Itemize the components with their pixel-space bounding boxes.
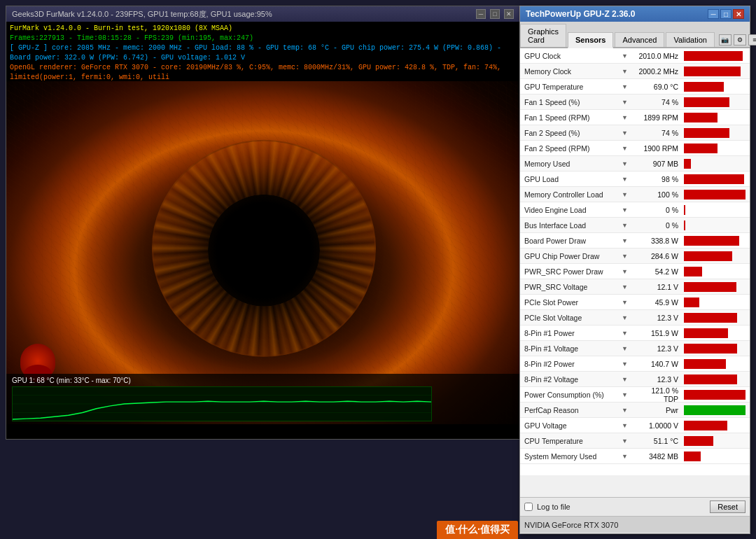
sensor-name-cell: GPU Voltage ▼ xyxy=(520,421,632,430)
sensor-dropdown-icon[interactable]: ▼ xyxy=(622,407,628,414)
sensor-row: PCIe Slot Voltage ▼ 12.3 V xyxy=(520,310,750,326)
camera-icon[interactable]: 📷 xyxy=(719,34,732,46)
sensor-name-cell: GPU Clock ▼ xyxy=(520,52,632,60)
log-to-file-checkbox[interactable] xyxy=(524,503,533,511)
sensor-name-cell: Memory Clock ▼ xyxy=(520,67,632,76)
furmark-window: Geeks3D FurMark v1.24.0.0 - 239FPS, GPU1… xyxy=(6,6,520,440)
sensor-name-cell: GPU Chip Power Draw ▼ xyxy=(520,252,632,260)
gpuz-title: TechPowerUp GPU-Z 2.36.0 xyxy=(526,9,636,19)
sensor-dropdown-icon[interactable]: ▼ xyxy=(622,422,628,429)
info-line-1: FurMark v1.24.0.0 - Burn-in test, 1920x1… xyxy=(10,24,516,34)
tab-validation[interactable]: Validation xyxy=(666,32,715,47)
sensor-name-cell: 8-Pin #2 Power ▼ xyxy=(520,360,632,368)
sensor-dropdown-icon[interactable]: ▼ xyxy=(622,299,628,306)
sensor-dropdown-icon[interactable]: ▼ xyxy=(622,237,628,244)
sensor-row: Memory Controller Load ▼ 100 % xyxy=(520,187,750,202)
gpuz-titlebar: TechPowerUp GPU-Z 2.36.0 ─ □ ✕ xyxy=(520,6,750,22)
sensor-dropdown-icon[interactable]: ▼ xyxy=(622,253,628,260)
sensor-bar-container xyxy=(681,203,750,217)
sensor-dropdown-icon[interactable]: ▼ xyxy=(622,284,628,290)
temp-label: GPU 1: 68 °C (min: 33°C - max: 70°C) xyxy=(12,377,515,384)
sensor-bar-container xyxy=(681,188,750,202)
sensor-dropdown-icon[interactable]: ▼ xyxy=(622,206,628,214)
sensor-value-cell: 338.8 W xyxy=(632,237,681,245)
sensor-dropdown-icon[interactable]: ▼ xyxy=(622,114,628,121)
sensor-dropdown-icon[interactable]: ▼ xyxy=(622,453,628,460)
sensor-bar xyxy=(684,328,728,338)
sensor-name-cell: GPU Load ▼ xyxy=(520,175,632,183)
sensor-dropdown-icon[interactable]: ▼ xyxy=(622,314,628,321)
sensor-bar xyxy=(684,174,744,184)
sensor-bar-container xyxy=(681,141,750,155)
sensor-bar-container xyxy=(681,295,750,309)
gpuz-close-button[interactable]: ✕ xyxy=(733,9,744,19)
minimize-button[interactable]: ─ xyxy=(476,9,486,19)
sensor-value-cell: 121.0 % TDP xyxy=(632,386,681,403)
sensor-dropdown-icon[interactable]: ▼ xyxy=(622,345,628,352)
sensor-dropdown-icon[interactable]: ▼ xyxy=(622,268,628,275)
sensor-dropdown-icon[interactable]: ▼ xyxy=(622,391,628,398)
sensor-bar-container xyxy=(681,403,750,417)
sensor-dropdown-icon[interactable]: ▼ xyxy=(622,376,628,383)
eye-pupil xyxy=(208,195,320,307)
sensor-value-cell: Pwr xyxy=(632,406,681,414)
sensor-bar xyxy=(684,190,746,200)
sensor-bar-container xyxy=(681,111,750,125)
sensor-value-cell: 907 MB xyxy=(632,160,681,168)
sensor-dropdown-icon[interactable]: ▼ xyxy=(622,160,628,167)
sensor-dropdown-icon[interactable]: ▼ xyxy=(622,222,628,229)
sensor-name-cell: 8-Pin #2 Voltage ▼ xyxy=(520,375,632,384)
sensor-bar xyxy=(684,390,746,400)
maximize-button[interactable]: □ xyxy=(490,9,500,19)
gpuz-minimize-button[interactable]: ─ xyxy=(708,9,719,19)
sensor-dropdown-icon[interactable]: ▼ xyxy=(622,360,628,368)
sensor-bar-container xyxy=(681,64,750,78)
sensor-bar xyxy=(684,374,737,384)
sensor-dropdown-icon[interactable]: ▼ xyxy=(622,145,628,152)
sensor-bar-container xyxy=(681,172,750,186)
sensor-bar-container xyxy=(681,49,750,63)
sensor-bar-container xyxy=(681,326,750,340)
sensor-dropdown-icon[interactable]: ▼ xyxy=(622,176,628,183)
settings-icon[interactable]: ⚙ xyxy=(734,34,746,46)
sensor-bar xyxy=(684,66,741,76)
reset-button[interactable]: Reset xyxy=(710,500,746,513)
sensor-row: GPU Voltage ▼ 1.0000 V xyxy=(520,418,750,433)
sensor-row: PWR_SRC Power Draw ▼ 54.2 W xyxy=(520,264,750,279)
sensor-name-cell: Fan 1 Speed (RPM) ▼ xyxy=(520,113,632,122)
sensor-bar-container xyxy=(681,280,750,294)
sensor-dropdown-icon[interactable]: ▼ xyxy=(622,438,628,444)
footer-controls: Log to file Reset xyxy=(520,498,750,516)
tab-advanced[interactable]: Advanced xyxy=(615,32,664,47)
menu-icon[interactable]: ≡ xyxy=(748,34,756,46)
sensor-dropdown-icon[interactable]: ▼ xyxy=(622,191,628,198)
sensor-bar-container xyxy=(681,157,750,171)
sensor-row: Video Engine Load ▼ 0 % xyxy=(520,202,750,218)
sensor-name-cell: PCIe Slot Power ▼ xyxy=(520,298,632,307)
sensor-value-cell: 12.3 V xyxy=(632,314,681,322)
sensor-dropdown-icon[interactable]: ▼ xyxy=(622,83,628,90)
sensor-name-cell: PWR_SRC Voltage ▼ xyxy=(520,283,632,291)
sensor-dropdown-icon[interactable]: ▼ xyxy=(622,130,628,136)
sensor-dropdown-icon[interactable]: ▼ xyxy=(622,99,628,106)
watermark: 值·什么·值得买 xyxy=(437,521,518,539)
sensor-name-cell: Fan 2 Speed (RPM) ▼ xyxy=(520,144,632,153)
sensor-dropdown-icon[interactable]: ▼ xyxy=(622,68,628,75)
sensor-value-cell: 98 % xyxy=(632,175,681,183)
sensor-value-cell: 1899 RPM xyxy=(632,113,681,122)
sensor-name-cell: 8-Pin #1 Voltage ▼ xyxy=(520,344,632,353)
sensor-value-cell: 284.6 W xyxy=(632,252,681,260)
tab-sensors[interactable]: Sensors xyxy=(568,32,613,48)
gpuz-maximize-button[interactable]: □ xyxy=(720,9,732,19)
sensor-row: Power Consumption (%) ▼ 121.0 % TDP xyxy=(520,387,750,402)
sensor-dropdown-icon[interactable]: ▼ xyxy=(622,330,628,337)
sensor-bar xyxy=(684,282,736,292)
sensor-bar xyxy=(684,128,729,138)
close-button[interactable]: ✕ xyxy=(504,9,514,19)
gpuz-window: TechPowerUp GPU-Z 2.36.0 ─ □ ✕ Graphics … xyxy=(519,6,750,534)
tab-graphics-card[interactable]: Graphics Card xyxy=(520,24,566,47)
sensor-bar xyxy=(684,82,724,92)
sensor-value-cell: 0 % xyxy=(632,221,681,230)
sensor-dropdown-icon[interactable]: ▼ xyxy=(622,52,628,59)
gpuz-tab-bar: Graphics Card Sensors Advanced Validatio… xyxy=(520,22,750,48)
